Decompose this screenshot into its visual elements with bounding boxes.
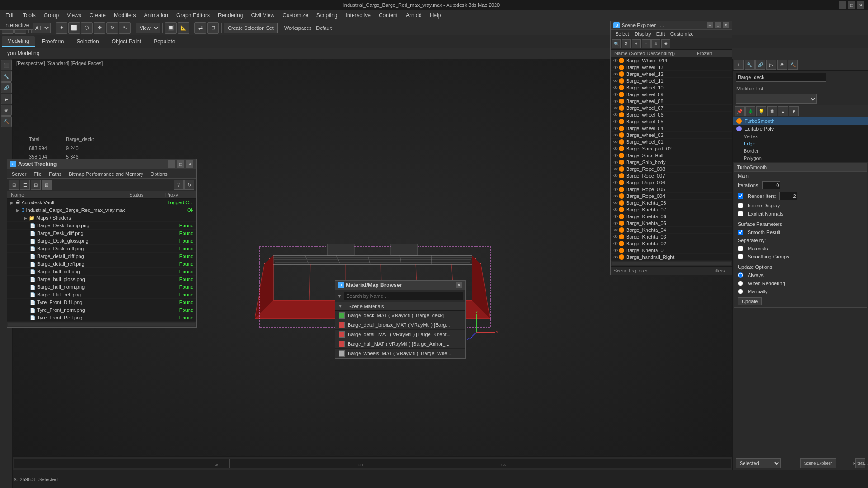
at-file-item-Tyre_Front_norm-png[interactable]: 📄Tyre_Front_norm.pngFound	[7, 306, 196, 314]
se-item-barge_wheel_09[interactable]: 👁Barge_wheel_09	[611, 91, 732, 98]
edge-sub-object[interactable]: Edge	[733, 140, 868, 147]
menu-item-views[interactable]: Views	[63, 11, 85, 19]
utilities-rp-button[interactable]: 🔨	[788, 60, 798, 70]
at-menu-paths[interactable]: Paths	[46, 170, 64, 178]
delete-modifier-button[interactable]: 🗑	[767, 106, 777, 116]
utilities-panel-button[interactable]: 🔨	[1, 116, 12, 127]
se-menu-select[interactable]: Select	[613, 31, 631, 37]
mb-search-input[interactable]	[344, 292, 463, 300]
menu-item-content[interactable]: Content	[375, 11, 401, 19]
se-item-barge_rope_005[interactable]: 👁Barge_Rope_005	[611, 186, 732, 193]
at-minimize-button[interactable]: −	[168, 160, 175, 168]
se-item-barge_wheel_06[interactable]: 👁Barge_wheel_06	[611, 112, 732, 118]
object-name-field[interactable]	[736, 73, 826, 82]
turbosmooth-modifier[interactable]: TurboSmooth	[733, 117, 868, 125]
iterations-input[interactable]	[762, 181, 780, 189]
mb-close-button[interactable]: ✕	[456, 282, 462, 288]
se-item-barge_rope_008[interactable]: 👁Barge_Rope_008	[611, 166, 732, 173]
se-filter-button[interactable]: ⚙	[622, 39, 631, 48]
vertex-sub-object[interactable]: Vertex	[733, 133, 868, 140]
select-button[interactable]: ✦	[56, 22, 67, 34]
manually-radio[interactable]	[738, 289, 743, 294]
mirror-button[interactable]: ⇄	[194, 22, 206, 34]
explicit-normals-checkbox[interactable]	[738, 211, 743, 216]
at-root-item[interactable]: ▶🏛 Autodesk VaultLogged O...	[7, 199, 196, 206]
at-file-item-Barge_Desk_bump-png[interactable]: 📄Barge_Desk_bump.pngFound	[7, 222, 196, 230]
at-file-item-Barge_detail_refl-png[interactable]: 📄Barge_detail_refl.pngFound	[7, 260, 196, 268]
se-minimize-button[interactable]: −	[707, 22, 713, 28]
select-region-button[interactable]: ⬜	[68, 22, 80, 34]
isoline-checkbox[interactable]	[738, 203, 743, 208]
se-item-barge_wheel_08[interactable]: 👁Barge_wheel_08	[611, 98, 732, 105]
at-file-item-Barge_Hull_refl-png[interactable]: 📄Barge_Hull_refl.pngFound	[7, 291, 196, 299]
move-up-button[interactable]: ▲	[778, 106, 788, 116]
snap-button[interactable]: 🔲	[165, 22, 177, 34]
se-item-barge_rope_004[interactable]: 👁Barge_Rope_004	[611, 193, 732, 200]
render-iters-checkbox[interactable]	[738, 193, 743, 199]
mat-item-3[interactable]: Barge_hull_MAT ( VRayMtl ) [Barge_Anhor_…	[335, 339, 465, 349]
at-max-file-item[interactable]: ▶3Industrial_Cargo_Barge_Red_max_vray.ma…	[7, 206, 196, 214]
close-button[interactable]: ✕	[857, 1, 864, 9]
mat-item-2[interactable]: Barge_detail_MAT ( VRayMtl ) [Barge_Kneh…	[335, 330, 465, 339]
se-item-barge_knehta_04[interactable]: 👁Barge_Knehta_04	[611, 227, 732, 234]
modifier-on-off-button[interactable]: 💡	[756, 106, 766, 116]
menu-item-group[interactable]: Group	[40, 11, 62, 19]
align-button[interactable]: ⊟	[207, 22, 219, 34]
pin-modifier-button[interactable]: 📌	[735, 106, 745, 116]
se-item-barge_knehta_03[interactable]: 👁Barge_Knehta_03	[611, 234, 732, 240]
scene-materials-header[interactable]: ▼ - Scene Materials	[335, 302, 465, 311]
at-menu-server[interactable]: Server	[9, 170, 29, 178]
at-detail-btn[interactable]: ⊟	[31, 180, 41, 190]
at-refresh-btn[interactable]: ↻	[184, 180, 194, 190]
menu-item-interactive[interactable]: Interactive	[342, 11, 374, 19]
show-tree-button[interactable]: 🌲	[745, 106, 755, 116]
at-file-item-Barge_hull_gloss-png[interactable]: 📄Barge_hull_gloss.pngFound	[7, 276, 196, 283]
at-file-item-Barge_Desk_refl-png[interactable]: 📄Barge_Desk_refl.pngFound	[7, 245, 196, 253]
se-menu-customize[interactable]: Customize	[669, 31, 696, 37]
menu-item-edit[interactable]: Edit	[2, 11, 19, 19]
se-item-barge_rope_007[interactable]: 👁Barge_Rope_007	[611, 173, 732, 179]
filters-button[interactable]: Filters...	[855, 458, 865, 468]
se-search-button[interactable]: 🔍	[612, 39, 621, 48]
modify-rp-button[interactable]: 🔧	[745, 60, 755, 70]
at-file-item-Barge_hull_diff-png[interactable]: 📄Barge_hull_diff.pngFound	[7, 268, 196, 276]
at-file-item-Barge_detail_diff-png[interactable]: 📄Barge_detail_diff.pngFound	[7, 253, 196, 260]
modify-panel-button[interactable]: 🔧	[1, 71, 12, 82]
move-down-button[interactable]: ▼	[789, 106, 799, 116]
menu-item-arnold[interactable]: Arnold	[402, 11, 425, 19]
hierarchy-panel-button[interactable]: 🔗	[1, 82, 12, 93]
scene-explorer-bottom-button[interactable]: Scene Explorer	[800, 458, 836, 468]
border-sub-object[interactable]: Border	[733, 147, 868, 155]
at-thumb-btn[interactable]: ⊞	[42, 180, 52, 190]
at-scrollbar[interactable]	[8, 323, 195, 326]
se-item-barge_ship_body[interactable]: 👁Barge_Ship_body	[611, 159, 732, 166]
se-item-barge_ship_part_02[interactable]: 👁Barge_Ship_part_02	[611, 145, 732, 152]
create-selection-set-button[interactable]: Create Selection Set	[224, 23, 278, 33]
minimize-button[interactable]: −	[839, 1, 846, 9]
se-item-barge_wheel_01[interactable]: 👁Barge_wheel_01	[611, 139, 732, 145]
se-item-barge_knehta_01[interactable]: 👁Barge_Knehta_01	[611, 247, 732, 254]
at-menu-bitmap-performance-and-memory[interactable]: Bitmap Performance and Memory	[66, 170, 146, 178]
se-item-barge_knehta_02[interactable]: 👁Barge_Knehta_02	[611, 240, 732, 247]
menu-item-civil-view[interactable]: Civil View	[247, 11, 278, 19]
se-item-barge_wheel_07[interactable]: 👁Barge_wheel_07	[611, 105, 732, 112]
at-file-item-Barge_Desk_diff-png[interactable]: 📄Barge_Desk_diff.pngFound	[7, 230, 196, 237]
interactive-tab[interactable]: Interactive	[0, 21, 33, 30]
menu-item-scripting[interactable]: Scripting	[313, 11, 341, 19]
always-radio[interactable]	[738, 272, 743, 278]
at-menu-options[interactable]: Options	[148, 170, 170, 178]
se-expand-button[interactable]: +	[632, 39, 641, 48]
se-scrollbar[interactable]	[612, 262, 731, 265]
se-item-barge_wheel_12[interactable]: 👁Barge_wheel_12	[611, 71, 732, 78]
scale-button[interactable]: ⤡	[119, 22, 131, 34]
move-button[interactable]: ✥	[94, 22, 105, 34]
filters-button-bottom[interactable]: Filters...	[712, 268, 729, 273]
mat-item-4[interactable]: Barge_wheels_MAT ( VRayMtl ) [Barge_Whe.…	[335, 349, 465, 358]
menu-item-animation[interactable]: Animation	[141, 11, 172, 19]
polygon-sub-object[interactable]: Polygon	[733, 155, 868, 162]
lasso-button[interactable]: ⬡	[81, 22, 93, 34]
display-panel-button[interactable]: 👁	[1, 105, 12, 116]
se-menu-display[interactable]: Display	[633, 31, 653, 37]
when-rendering-radio[interactable]	[738, 281, 743, 286]
at-close-button[interactable]: ✕	[186, 160, 193, 168]
